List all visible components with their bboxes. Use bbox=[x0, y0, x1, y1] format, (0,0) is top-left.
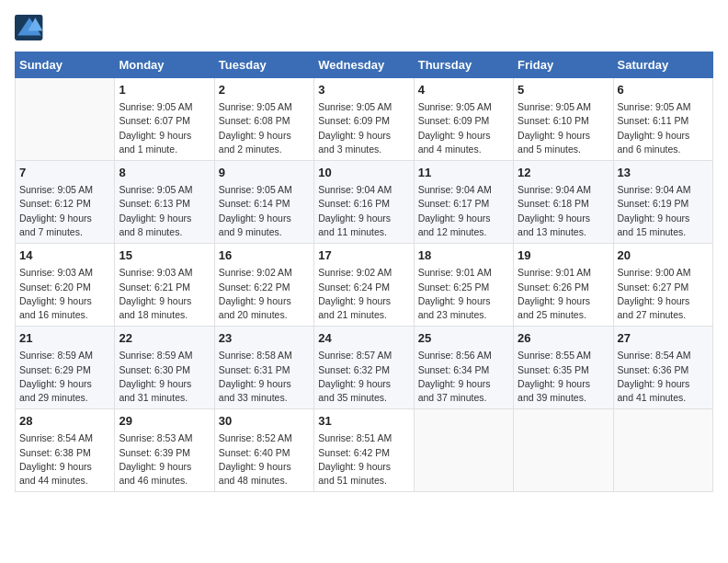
day-info: Sunrise: 9:05 AMSunset: 6:07 PMDaylight:… bbox=[119, 100, 210, 156]
calendar-cell: 17Sunrise: 9:02 AMSunset: 6:24 PMDayligh… bbox=[314, 244, 414, 327]
day-number: 30 bbox=[219, 413, 310, 430]
calendar-cell: 26Sunrise: 8:55 AMSunset: 6:35 PMDayligh… bbox=[514, 327, 613, 409]
calendar-cell: 28Sunrise: 8:54 AMSunset: 6:38 PMDayligh… bbox=[16, 409, 115, 492]
day-info: Sunrise: 8:53 AMSunset: 6:39 PMDaylight:… bbox=[119, 431, 210, 488]
day-number: 14 bbox=[19, 247, 110, 264]
calendar-cell: 3Sunrise: 9:05 AMSunset: 6:09 PMDaylight… bbox=[314, 78, 414, 161]
calendar-cell: 12Sunrise: 9:04 AMSunset: 6:18 PMDayligh… bbox=[514, 161, 613, 244]
calendar-cell bbox=[514, 409, 613, 492]
day-info: Sunrise: 8:54 AMSunset: 6:36 PMDaylight:… bbox=[618, 349, 709, 405]
calendar-cell: 20Sunrise: 9:00 AMSunset: 6:27 PMDayligh… bbox=[613, 244, 712, 327]
logo-icon bbox=[15, 15, 44, 40]
day-info: Sunrise: 8:57 AMSunset: 6:32 PMDaylight:… bbox=[318, 349, 409, 405]
calendar-cell: 4Sunrise: 9:05 AMSunset: 6:09 PMDaylight… bbox=[414, 78, 513, 161]
day-info: Sunrise: 9:03 AMSunset: 6:20 PMDaylight:… bbox=[19, 266, 110, 322]
day-info: Sunrise: 9:01 AMSunset: 6:26 PMDaylight:… bbox=[518, 266, 609, 322]
day-info: Sunrise: 8:56 AMSunset: 6:34 PMDaylight:… bbox=[418, 349, 509, 405]
day-number: 25 bbox=[418, 330, 509, 347]
day-number: 20 bbox=[618, 247, 709, 264]
calendar-cell bbox=[414, 409, 513, 492]
calendar-cell: 27Sunrise: 8:54 AMSunset: 6:36 PMDayligh… bbox=[613, 327, 712, 409]
day-info: Sunrise: 8:58 AMSunset: 6:31 PMDaylight:… bbox=[219, 349, 310, 405]
day-info: Sunrise: 9:04 AMSunset: 6:19 PMDaylight:… bbox=[618, 183, 709, 239]
day-info: Sunrise: 9:05 AMSunset: 6:11 PMDaylight:… bbox=[618, 100, 709, 156]
calendar-cell: 10Sunrise: 9:04 AMSunset: 6:16 PMDayligh… bbox=[314, 161, 414, 244]
day-number: 21 bbox=[19, 330, 110, 347]
day-number: 7 bbox=[19, 165, 110, 181]
day-info: Sunrise: 9:05 AMSunset: 6:13 PMDaylight:… bbox=[119, 183, 210, 239]
calendar-cell: 23Sunrise: 8:58 AMSunset: 6:31 PMDayligh… bbox=[214, 327, 313, 409]
weekday-header: Thursday bbox=[414, 52, 513, 78]
calendar-week-row: 14Sunrise: 9:03 AMSunset: 6:20 PMDayligh… bbox=[16, 244, 713, 327]
day-info: Sunrise: 9:02 AMSunset: 6:22 PMDaylight:… bbox=[219, 266, 310, 322]
calendar-cell: 7Sunrise: 9:05 AMSunset: 6:12 PMDaylight… bbox=[16, 161, 115, 244]
calendar-cell: 1Sunrise: 9:05 AMSunset: 6:07 PMDaylight… bbox=[115, 78, 214, 161]
day-number: 22 bbox=[119, 330, 210, 347]
day-info: Sunrise: 8:54 AMSunset: 6:38 PMDaylight:… bbox=[19, 431, 110, 488]
weekday-header: Tuesday bbox=[214, 52, 313, 78]
day-number: 4 bbox=[418, 82, 509, 98]
day-number: 5 bbox=[518, 82, 609, 98]
calendar-table: SundayMondayTuesdayWednesdayThursdayFrid… bbox=[15, 52, 713, 492]
day-number: 26 bbox=[518, 330, 609, 347]
day-info: Sunrise: 8:59 AMSunset: 6:30 PMDaylight:… bbox=[119, 349, 210, 405]
day-number: 28 bbox=[19, 413, 110, 430]
calendar-cell bbox=[613, 409, 712, 492]
calendar-cell: 9Sunrise: 9:05 AMSunset: 6:14 PMDaylight… bbox=[214, 161, 313, 244]
calendar-week-row: 7Sunrise: 9:05 AMSunset: 6:12 PMDaylight… bbox=[16, 161, 713, 244]
calendar-cell: 25Sunrise: 8:56 AMSunset: 6:34 PMDayligh… bbox=[414, 327, 513, 409]
day-number: 27 bbox=[618, 330, 709, 347]
day-number: 2 bbox=[219, 82, 310, 98]
calendar-cell: 6Sunrise: 9:05 AMSunset: 6:11 PMDaylight… bbox=[613, 78, 712, 161]
day-number: 23 bbox=[219, 330, 310, 347]
calendar-cell: 22Sunrise: 8:59 AMSunset: 6:30 PMDayligh… bbox=[115, 327, 214, 409]
weekday-header: Saturday bbox=[613, 52, 712, 78]
day-number: 11 bbox=[418, 165, 509, 181]
day-number: 13 bbox=[618, 165, 709, 181]
day-number: 10 bbox=[318, 165, 409, 181]
weekday-header: Monday bbox=[115, 52, 214, 78]
calendar-cell: 8Sunrise: 9:05 AMSunset: 6:13 PMDaylight… bbox=[115, 161, 214, 244]
calendar-cell: 5Sunrise: 9:05 AMSunset: 6:10 PMDaylight… bbox=[514, 78, 613, 161]
day-info: Sunrise: 9:04 AMSunset: 6:18 PMDaylight:… bbox=[518, 183, 609, 239]
weekday-header-row: SundayMondayTuesdayWednesdayThursdayFrid… bbox=[16, 52, 713, 78]
calendar-cell: 29Sunrise: 8:53 AMSunset: 6:39 PMDayligh… bbox=[115, 409, 214, 492]
calendar-cell: 30Sunrise: 8:52 AMSunset: 6:40 PMDayligh… bbox=[214, 409, 313, 492]
day-info: Sunrise: 8:51 AMSunset: 6:42 PMDaylight:… bbox=[318, 431, 409, 488]
calendar-week-row: 1Sunrise: 9:05 AMSunset: 6:07 PMDaylight… bbox=[16, 78, 713, 161]
weekday-header: Friday bbox=[514, 52, 613, 78]
day-info: Sunrise: 9:05 AMSunset: 6:10 PMDaylight:… bbox=[518, 100, 609, 156]
day-info: Sunrise: 8:55 AMSunset: 6:35 PMDaylight:… bbox=[518, 349, 609, 405]
day-info: Sunrise: 8:59 AMSunset: 6:29 PMDaylight:… bbox=[19, 349, 110, 405]
day-number: 6 bbox=[618, 82, 709, 98]
day-number: 18 bbox=[418, 247, 509, 264]
weekday-header: Sunday bbox=[16, 52, 115, 78]
day-number: 19 bbox=[518, 247, 609, 264]
day-number: 29 bbox=[119, 413, 210, 430]
day-info: Sunrise: 9:05 AMSunset: 6:12 PMDaylight:… bbox=[19, 183, 110, 239]
calendar-cell: 18Sunrise: 9:01 AMSunset: 6:25 PMDayligh… bbox=[414, 244, 513, 327]
calendar-cell: 13Sunrise: 9:04 AMSunset: 6:19 PMDayligh… bbox=[613, 161, 712, 244]
day-number: 1 bbox=[119, 82, 210, 98]
day-number: 24 bbox=[318, 330, 409, 347]
day-info: Sunrise: 9:04 AMSunset: 6:16 PMDaylight:… bbox=[318, 183, 409, 239]
calendar-week-row: 21Sunrise: 8:59 AMSunset: 6:29 PMDayligh… bbox=[16, 327, 713, 409]
day-info: Sunrise: 9:05 AMSunset: 6:09 PMDaylight:… bbox=[318, 100, 409, 156]
calendar-week-row: 28Sunrise: 8:54 AMSunset: 6:38 PMDayligh… bbox=[16, 409, 713, 492]
day-info: Sunrise: 9:01 AMSunset: 6:25 PMDaylight:… bbox=[418, 266, 509, 322]
day-number: 15 bbox=[119, 247, 210, 264]
day-number: 3 bbox=[318, 82, 409, 98]
day-number: 12 bbox=[518, 165, 609, 181]
calendar-cell: 11Sunrise: 9:04 AMSunset: 6:17 PMDayligh… bbox=[414, 161, 513, 244]
day-info: Sunrise: 9:05 AMSunset: 6:08 PMDaylight:… bbox=[219, 100, 310, 156]
day-info: Sunrise: 9:05 AMSunset: 6:09 PMDaylight:… bbox=[418, 100, 509, 156]
day-info: Sunrise: 9:04 AMSunset: 6:17 PMDaylight:… bbox=[418, 183, 509, 239]
calendar-cell: 24Sunrise: 8:57 AMSunset: 6:32 PMDayligh… bbox=[314, 327, 414, 409]
calendar-cell bbox=[16, 78, 115, 161]
day-number: 16 bbox=[219, 247, 310, 264]
day-number: 8 bbox=[119, 165, 210, 181]
calendar-cell: 21Sunrise: 8:59 AMSunset: 6:29 PMDayligh… bbox=[16, 327, 115, 409]
calendar-cell: 2Sunrise: 9:05 AMSunset: 6:08 PMDaylight… bbox=[214, 78, 313, 161]
weekday-header: Wednesday bbox=[314, 52, 414, 78]
day-info: Sunrise: 9:02 AMSunset: 6:24 PMDaylight:… bbox=[318, 266, 409, 322]
